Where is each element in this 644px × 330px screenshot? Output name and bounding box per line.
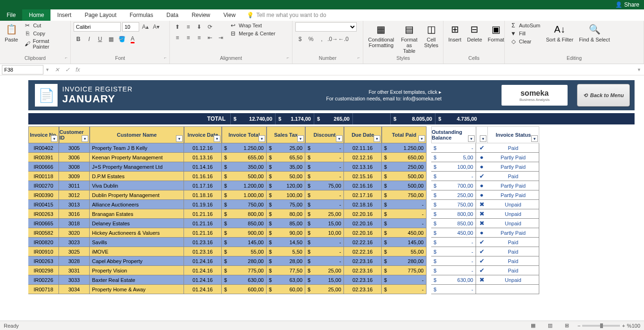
format-cells-button[interactable]: ▣Format [486, 22, 506, 43]
cell-total-paid[interactable]: $500,00 [382, 181, 427, 190]
cell-due-date[interactable]: 02.16.16 [344, 181, 382, 190]
share-button[interactable]: 👤 Share [615, 1, 639, 8]
cell-sales-tax[interactable]: $50,00 [267, 172, 305, 181]
fill-color-button[interactable]: 🪣 [117, 34, 126, 44]
cell-due-date[interactable]: 02.23.16 [344, 266, 382, 275]
copy-button[interactable]: ⎘Copy [22, 30, 67, 37]
col-due-date[interactable]: Due Date▾ [344, 126, 382, 143]
zoom-control[interactable]: − + %100 [577, 323, 640, 329]
number-format-select[interactable] [295, 22, 357, 32]
cell-styles-button[interactable]: ◫Cell Styles [422, 22, 440, 49]
cell-sales-tax[interactable]: $90,00 [267, 228, 305, 238]
cell-total-paid[interactable]: $- [382, 275, 427, 285]
cell-total-paid[interactable]: $280,00 [382, 256, 427, 266]
cell-status[interactable]: Unpaid [487, 209, 539, 219]
cell-status[interactable]: Partly Paid [487, 153, 539, 162]
fx-button[interactable]: fx [73, 65, 83, 74]
cell-invoice-no[interactable]: IR00391 [28, 153, 59, 162]
cell-status[interactable]: Partly Paid [487, 190, 539, 200]
cell-discount[interactable]: $25,00 [305, 266, 344, 275]
table-row[interactable]: IR00582 3020 Hickey Auctioneers & Valuer… [28, 228, 635, 238]
cell-invoice-total[interactable]: $630,00 [222, 275, 267, 285]
cell-invoice-total[interactable]: $1.250,00 [222, 143, 267, 153]
cell-balance[interactable]: $800,00 [431, 209, 476, 219]
filter-dropdown-icon[interactable]: ▾ [336, 135, 343, 142]
tab-review[interactable]: Review [185, 9, 217, 21]
table-row[interactable]: IR00666 3008 J+S Property Management Ltd… [28, 162, 635, 172]
cell-customer-id[interactable]: 3012 [59, 190, 90, 200]
tab-view[interactable]: View [217, 9, 243, 21]
conditional-formatting-button[interactable]: ▦Conditional Formatting [366, 22, 396, 49]
col-customer-name[interactable]: Customer Name▾ [90, 126, 184, 143]
tell-me-input[interactable]: 💡 Tell me what you want to do [242, 9, 331, 21]
cell-discount[interactable]: $75,00 [305, 181, 344, 190]
table-row[interactable]: IR00390 3012 Dublin Property Management … [28, 190, 635, 200]
cell-balance[interactable]: $- [431, 247, 476, 256]
cell-invoice-no[interactable]: IR00118 [28, 172, 59, 181]
col-customer-id[interactable]: Customer ID▾ [59, 126, 90, 143]
clipboard-dialog-icon[interactable]: ⌐ [65, 55, 67, 60]
increase-font-button[interactable]: A▴ [141, 22, 150, 32]
cell-status[interactable] [487, 285, 539, 294]
cell-invoice-no[interactable]: IR00666 [28, 162, 59, 172]
bold-button[interactable]: B [74, 34, 83, 44]
filter-dropdown-icon[interactable]: ▾ [82, 135, 88, 142]
cell-due-date[interactable]: 02.22.16 [344, 247, 382, 256]
cell-status[interactable]: Unpaid [487, 275, 539, 285]
cell-sales-tax[interactable]: $25,00 [267, 143, 305, 153]
cell-balance[interactable]: $- [431, 172, 476, 181]
cell-discount[interactable]: $- [305, 143, 344, 153]
increase-decimal-button[interactable]: .0→ [328, 34, 337, 44]
cell-total-paid[interactable]: $250,00 [382, 162, 427, 172]
cell-customer-id[interactable]: 3023 [59, 238, 90, 247]
col-status-icon[interactable]: ▾ [476, 126, 487, 143]
enter-formula-button[interactable]: ✓ [63, 65, 72, 74]
format-as-table-button[interactable]: ▤Format as Table [398, 22, 420, 55]
cell-invoice-no[interactable]: IR00263 [28, 209, 59, 219]
cell-total-paid[interactable]: $1.250,00 [382, 143, 427, 153]
tab-data[interactable]: Data [160, 9, 185, 21]
cell-total-paid[interactable]: $- [382, 200, 427, 209]
cell-discount[interactable]: $- [305, 153, 344, 162]
formula-input[interactable] [85, 65, 634, 74]
filter-dropdown-icon[interactable]: ▾ [418, 135, 425, 142]
col-invoice-date[interactable]: Invoice Date▾ [184, 126, 222, 143]
cell-total-paid[interactable]: $145,00 [382, 238, 427, 247]
accounting-format-button[interactable]: $ [295, 34, 305, 44]
cell-customer-name[interactable]: D.P.M Estates [90, 172, 184, 181]
decrease-indent-button[interactable]: ⇤ [205, 33, 215, 42]
cell-invoice-total[interactable]: $145,00 [222, 238, 267, 247]
cell-invoice-no[interactable]: IR00263 [28, 256, 59, 266]
autosum-button[interactable]: ΣAutoSum [508, 22, 542, 29]
name-box[interactable]: F38 [2, 65, 43, 74]
cell-status[interactable]: Unpaid [487, 200, 539, 209]
cell-discount[interactable]: $- [305, 190, 344, 200]
cell-invoice-date[interactable]: 01.17.16 [184, 181, 222, 190]
cell-sales-tax[interactable]: $63,00 [267, 275, 305, 285]
cell-invoice-date[interactable]: 01.21.16 [184, 209, 222, 219]
cancel-formula-button[interactable]: ✕ [52, 65, 62, 74]
col-discount[interactable]: Discount▾ [305, 126, 344, 143]
table-row[interactable]: IR00263 3016 Branagan Estates 01.21.16 $… [28, 209, 635, 219]
orientation-button[interactable]: ⟳ [205, 22, 215, 32]
cell-discount[interactable]: $- [305, 256, 344, 266]
table-row[interactable]: IR00665 3018 Delaney Estates 01.21.16 $8… [28, 219, 635, 228]
cell-customer-name[interactable]: J+S Property Management Ltd [90, 162, 184, 172]
cell-customer-id[interactable]: 3009 [59, 172, 90, 181]
cell-sales-tax[interactable]: $77,50 [267, 266, 305, 275]
cell-invoice-total[interactable]: $350,00 [222, 162, 267, 172]
cell-total-paid[interactable]: $- [382, 285, 427, 294]
cell-balance[interactable]: $- [431, 285, 476, 294]
table-row[interactable]: IR00226 3033 Baxter Real Estate 01.24.16… [28, 275, 635, 285]
cell-balance[interactable]: $100,00 [431, 162, 476, 172]
cell-invoice-no[interactable]: IR00402 [28, 143, 59, 153]
view-page-layout-button[interactable]: ▥ [544, 322, 557, 330]
cell-balance[interactable]: $250,00 [431, 190, 476, 200]
col-status[interactable]: Invoice Status▾ [487, 126, 539, 143]
cell-invoice-date[interactable]: 01.23.16 [184, 247, 222, 256]
alignment-dialog-icon[interactable]: ⌐ [287, 55, 289, 60]
cell-invoice-total[interactable]: $280,00 [222, 256, 267, 266]
cell-invoice-no[interactable]: IR00270 [28, 181, 59, 190]
cell-invoice-date[interactable]: 01.23.16 [184, 238, 222, 247]
tab-page-layout[interactable]: Page Layout [78, 9, 123, 21]
